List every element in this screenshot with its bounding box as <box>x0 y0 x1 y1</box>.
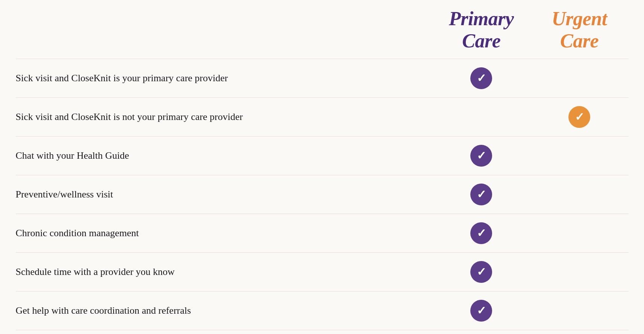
row-label: Chat with your Health Guide <box>16 150 137 161</box>
primary-check-cell: ✓ <box>432 59 530 98</box>
checkmark-icon: ✓ <box>575 111 584 123</box>
row-label-cell: Access a provider during off-hours and h… <box>16 330 432 334</box>
row-label-cell: Sick visit and CloseKnit is your primary… <box>16 59 432 98</box>
table-row: Chronic condition management✓ <box>16 214 629 253</box>
table-row: Chat with your Health Guide✓ <box>16 137 629 175</box>
row-label: Sick visit and CloseKnit is your primary… <box>16 73 236 84</box>
urgent-check-cell: ✓ <box>530 98 629 137</box>
table-row: Sick visit and CloseKnit is your primary… <box>16 59 629 98</box>
row-label-cell: Schedule time with a provider you know <box>16 253 432 291</box>
row-label-cell: Chronic condition management <box>16 214 432 253</box>
check-purple-icon: ✓ <box>470 300 492 322</box>
primary-check-cell <box>432 98 530 137</box>
primary-check-cell: ✓ <box>432 214 530 253</box>
check-purple-icon: ✓ <box>470 222 492 244</box>
urgent-care-title: Urgent Care <box>552 8 607 56</box>
urgent-check-cell <box>530 59 629 98</box>
check-orange-icon: ✓ <box>568 106 590 128</box>
primary-check-cell: ✓ <box>432 291 530 330</box>
primary-care-title: Primary Care <box>449 8 514 56</box>
urgent-check-cell <box>530 253 629 291</box>
row-label: Schedule time with a provider you know <box>16 266 182 277</box>
table-header: Primary Care Urgent Care <box>16 8 629 59</box>
check-purple-icon: ✓ <box>470 184 492 205</box>
primary-check-cell: ✓ <box>432 137 530 175</box>
checkmark-icon: ✓ <box>477 228 486 239</box>
table-row: Schedule time with a provider you know✓ <box>16 253 629 291</box>
row-label-cell: Sick visit and CloseKnit is not your pri… <box>16 98 432 137</box>
checkmark-icon: ✓ <box>477 150 486 161</box>
check-purple-icon: ✓ <box>470 145 492 167</box>
description-header <box>16 8 432 59</box>
urgent-check-cell <box>530 291 629 330</box>
urgent-check-cell <box>530 214 629 253</box>
row-label: Get help with care coordination and refe… <box>16 305 199 316</box>
row-label: Preventive/wellness visit <box>16 189 121 200</box>
primary-check-cell: ✓ <box>432 253 530 291</box>
check-purple-icon: ✓ <box>470 261 492 283</box>
row-label: Sick visit and CloseKnit is not your pri… <box>16 111 250 122</box>
primary-check-cell <box>432 330 530 334</box>
table-row: Access a provider during off-hours and h… <box>16 330 629 334</box>
row-label-cell: Preventive/wellness visit <box>16 175 432 214</box>
row-label-cell: Get help with care coordination and refe… <box>16 291 432 330</box>
table-row: Preventive/wellness visit✓ <box>16 175 629 214</box>
primary-care-header: Primary Care <box>432 8 530 59</box>
primary-check-cell: ✓ <box>432 175 530 214</box>
checkmark-icon: ✓ <box>477 73 486 84</box>
checkmark-icon: ✓ <box>477 189 486 200</box>
urgent-check-cell <box>530 175 629 214</box>
urgent-care-header: Urgent Care <box>530 8 629 59</box>
table-row: Sick visit and CloseKnit is not your pri… <box>16 98 629 137</box>
table-row: Get help with care coordination and refe… <box>16 291 629 330</box>
urgent-check-cell <box>530 137 629 175</box>
checkmark-icon: ✓ <box>477 266 486 278</box>
checkmark-icon: ✓ <box>477 305 486 316</box>
row-label-cell: Chat with your Health Guide <box>16 137 432 175</box>
row-label: Chronic condition management <box>16 228 147 238</box>
comparison-table: Primary Care Urgent Care Sick visit and … <box>16 8 629 334</box>
check-purple-icon: ✓ <box>470 67 492 89</box>
urgent-check-cell: ✓ <box>530 330 629 334</box>
